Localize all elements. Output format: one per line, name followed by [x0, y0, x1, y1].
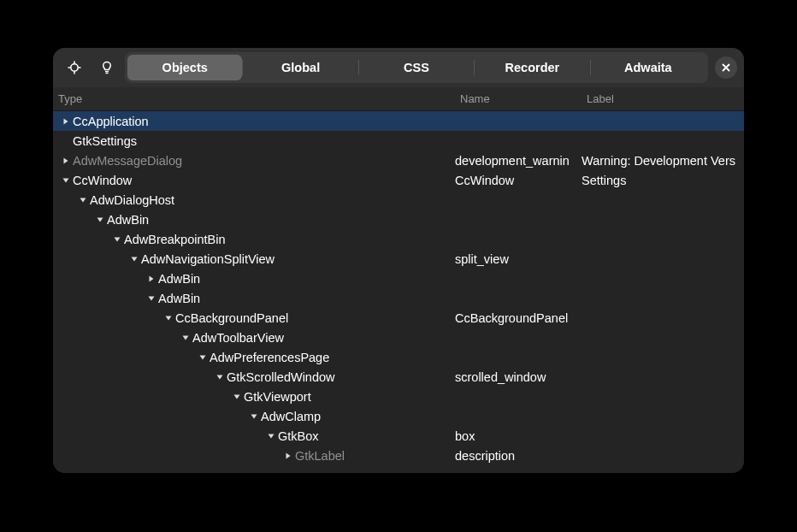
- chevron-right-icon[interactable]: [145, 272, 158, 286]
- cell-type: AdwToolbarView: [53, 331, 455, 345]
- tab-label: CSS: [404, 61, 429, 74]
- tree-column-headers: Type Name Label: [53, 87, 744, 111]
- column-header-label[interactable]: Label: [587, 92, 739, 105]
- chevron-down-icon[interactable]: [76, 193, 90, 207]
- svg-marker-14: [115, 237, 121, 241]
- cell-name: CcWindow: [455, 174, 582, 187]
- svg-marker-13: [97, 217, 103, 222]
- cell-name: split_view: [455, 252, 582, 266]
- tree-row[interactable]: AdwDialogHost: [53, 190, 744, 210]
- svg-marker-20: [200, 355, 206, 359]
- type-label: GtkBox: [278, 429, 319, 443]
- lightbulb-icon: [100, 61, 114, 74]
- tree-row[interactable]: GtkScrolledWindowscrolled_window: [53, 367, 744, 387]
- tab-adwaita[interactable]: Adwaita: [591, 55, 705, 80]
- tab-recorder[interactable]: Recorder: [475, 55, 589, 80]
- svg-marker-25: [286, 452, 291, 458]
- cell-name: box: [455, 429, 582, 443]
- column-header-name[interactable]: Name: [460, 92, 587, 105]
- toggle-dark-button[interactable]: [92, 53, 121, 82]
- cell-type: AdwDialogHost: [53, 193, 455, 207]
- cell-type: AdwBin: [53, 292, 455, 305]
- chevron-down-icon[interactable]: [59, 174, 73, 187]
- tab-objects[interactable]: Objects: [127, 55, 242, 80]
- chevron-down-icon[interactable]: [127, 252, 141, 266]
- svg-marker-19: [183, 335, 189, 340]
- svg-marker-16: [150, 275, 154, 281]
- tree-row[interactable]: AdwBin: [53, 269, 744, 288]
- svg-marker-15: [132, 257, 138, 261]
- tab-css[interactable]: CSS: [359, 55, 474, 80]
- type-label: AdwBin: [158, 292, 200, 305]
- cell-type: GtkSettings: [53, 134, 455, 148]
- tree-row[interactable]: GtkLabeldescription: [53, 446, 744, 465]
- svg-marker-11: [63, 178, 69, 182]
- tree-row[interactable]: AdwBin: [53, 210, 744, 229]
- cell-type: AdwClamp: [53, 410, 455, 423]
- tree-row[interactable]: AdwBin: [53, 288, 744, 308]
- expander-spacer: [59, 134, 73, 148]
- tree-row[interactable]: AdwClamp: [53, 406, 744, 426]
- chevron-right-icon[interactable]: [59, 115, 73, 128]
- tree-row[interactable]: CcBackgroundPanelCcBackgroundPanel: [53, 308, 744, 328]
- svg-point-0: [71, 64, 78, 71]
- svg-marker-24: [269, 434, 275, 438]
- tree-row[interactable]: GtkViewport: [53, 387, 744, 406]
- type-label: CcWindow: [73, 174, 132, 187]
- chevron-down-icon[interactable]: [264, 429, 278, 443]
- tree-row[interactable]: AdwMessageDialogdevelopment_warninWarnin…: [53, 151, 744, 170]
- type-label: AdwClamp: [261, 410, 321, 423]
- chevron-down-icon[interactable]: [110, 233, 124, 246]
- chevron-down-icon[interactable]: [247, 410, 261, 423]
- type-label: GtkLabel: [295, 449, 345, 463]
- tab-label: Recorder: [505, 61, 560, 74]
- chevron-right-icon[interactable]: [281, 449, 295, 463]
- cell-type: AdwBreakpointBin: [53, 233, 455, 246]
- type-label: CcBackgroundPanel: [175, 311, 288, 325]
- chevron-down-icon[interactable]: [179, 331, 192, 345]
- chevron-down-icon[interactable]: [230, 390, 244, 404]
- chevron-right-icon[interactable]: [59, 154, 73, 168]
- svg-marker-21: [217, 375, 223, 379]
- inspector-window: Objects Global CSS Recorder Adwaita Type…: [53, 48, 744, 473]
- tree-row[interactable]: GtkSettings: [53, 131, 744, 151]
- chevron-down-icon[interactable]: [145, 292, 158, 305]
- type-label: AdwDialogHost: [90, 193, 174, 207]
- type-label: GtkScrolledWindow: [227, 370, 335, 384]
- tree-row[interactable]: CcWindowCcWindowSettings: [53, 170, 744, 190]
- tree-row[interactable]: AdwBreakpointBin: [53, 229, 744, 249]
- object-tree[interactable]: CcApplicationGtkSettingsAdwMessageDialog…: [53, 111, 744, 473]
- svg-marker-17: [149, 296, 155, 300]
- tree-row[interactable]: CcApplication: [53, 111, 744, 131]
- cell-label: Warning: Development Vers: [582, 154, 739, 168]
- type-label: AdwToolbarView: [192, 331, 284, 345]
- view-switcher: Objects Global CSS Recorder Adwaita: [125, 52, 708, 83]
- tree-row[interactable]: AdwPreferencesPage: [53, 347, 744, 367]
- cell-type: GtkScrolledWindow: [53, 370, 455, 384]
- cell-type: GtkViewport: [53, 390, 455, 404]
- tree-row[interactable]: AdwNavigationSplitViewsplit_view: [53, 249, 744, 269]
- chevron-down-icon[interactable]: [213, 370, 227, 384]
- chevron-down-icon[interactable]: [93, 213, 107, 227]
- tree-row[interactable]: GtkBoxbox: [53, 426, 744, 446]
- close-button[interactable]: [715, 56, 737, 79]
- tab-label: Global: [281, 61, 320, 74]
- column-header-type[interactable]: Type: [58, 92, 460, 105]
- svg-marker-18: [166, 316, 172, 320]
- tab-global[interactable]: Global: [243, 55, 357, 80]
- type-label: CcApplication: [73, 115, 149, 128]
- cell-type: CcWindow: [53, 174, 455, 187]
- tab-label: Objects: [162, 61, 208, 74]
- cell-type: AdwPreferencesPage: [53, 351, 455, 364]
- svg-marker-23: [251, 414, 257, 418]
- cell-name: description: [455, 449, 582, 463]
- target-picker-button[interactable]: [60, 53, 89, 82]
- tree-row[interactable]: AdwToolbarView: [53, 328, 744, 347]
- cell-type: AdwBin: [53, 213, 455, 227]
- chevron-down-icon[interactable]: [162, 311, 175, 325]
- type-label: AdwBreakpointBin: [124, 233, 226, 246]
- svg-rect-6: [106, 73, 109, 74]
- chevron-down-icon[interactable]: [196, 351, 210, 364]
- type-label: GtkSettings: [73, 134, 137, 148]
- cell-type: AdwMessageDialog: [53, 154, 455, 168]
